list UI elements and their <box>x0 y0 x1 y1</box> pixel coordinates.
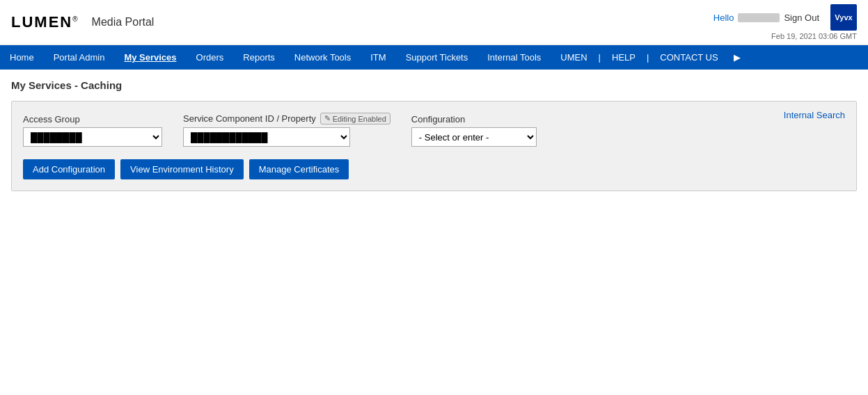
access-group-field: Access Group ████████ <box>23 114 162 147</box>
sign-out-link[interactable]: Sign Out <box>784 13 819 23</box>
view-environment-history-button[interactable]: View Environment History <box>120 159 244 179</box>
buttons-row: Add Configuration View Environment Histo… <box>23 159 845 179</box>
nav-umen[interactable]: UMEN <box>551 45 597 70</box>
service-component-label: Service Component ID / Property <box>183 113 316 124</box>
service-component-field: Service Component ID / Property ✎ Editin… <box>183 113 390 147</box>
service-component-select[interactable]: ████████████ <box>183 127 350 147</box>
edit-icon: ✎ <box>324 114 331 123</box>
vyvx-logo: Vyvx <box>830 4 857 31</box>
page-content: My Services - Caching Internal Search Ac… <box>0 70 868 201</box>
hello-label: Hello <box>713 13 734 23</box>
user-info-row: Hello Sign Out Vyvx <box>713 4 857 31</box>
registered-mark: ® <box>72 15 79 23</box>
nav-more-arrow[interactable]: ▶ <box>728 45 746 70</box>
nav-help[interactable]: HELP <box>602 45 645 70</box>
top-header: LUMEN® Media Portal Hello Sign Out Vyvx … <box>0 0 868 45</box>
nav-network-tools[interactable]: Network Tools <box>285 45 361 70</box>
nav-contact-us[interactable]: CONTACT US <box>650 45 727 70</box>
configuration-field: Configuration - Select or enter - <box>411 114 537 147</box>
nav-home[interactable]: Home <box>0 45 44 70</box>
nav-support-tickets[interactable]: Support Tickets <box>396 45 478 70</box>
access-group-label: Access Group <box>23 114 162 124</box>
nav-divider-1: | <box>597 45 602 70</box>
manage-certificates-button[interactable]: Manage Certificates <box>249 159 349 179</box>
nav-my-services[interactable]: My Services <box>114 45 186 70</box>
page-title: My Services - Caching <box>11 79 857 91</box>
add-configuration-button[interactable]: Add Configuration <box>23 159 115 179</box>
configuration-select[interactable]: - Select or enter - <box>411 127 537 147</box>
portal-title: Media Portal <box>92 16 155 29</box>
username-display <box>738 13 780 22</box>
top-right-section: Hello Sign Out Vyvx Feb 19, 2021 03:06 G… <box>713 4 857 40</box>
logo-area: LUMEN® Media Portal <box>11 13 154 31</box>
configuration-label: Configuration <box>411 114 537 124</box>
nav-bar: Home Portal Admin My Services Orders Rep… <box>0 45 868 70</box>
access-group-select[interactable]: ████████ <box>23 127 162 147</box>
editing-enabled-badge: ✎ Editing Enabled <box>320 113 390 124</box>
fields-row: Access Group ████████ Service Component … <box>23 113 845 147</box>
nav-portal-admin[interactable]: Portal Admin <box>44 45 115 70</box>
service-component-label-row: Service Component ID / Property ✎ Editin… <box>183 113 390 124</box>
datetime-display: Feb 19, 2021 03:06 GMT <box>771 32 857 40</box>
nav-divider-2: | <box>645 45 650 70</box>
editing-enabled-text: Editing Enabled <box>333 115 386 123</box>
nav-reports[interactable]: Reports <box>233 45 285 70</box>
internal-search-link[interactable]: Internal Search <box>784 110 845 120</box>
main-panel: Internal Search Access Group ████████ Se… <box>11 101 857 191</box>
nav-itm[interactable]: ITM <box>361 45 395 70</box>
nav-orders[interactable]: Orders <box>187 45 234 70</box>
nav-internal-tools[interactable]: Internal Tools <box>478 45 551 70</box>
lumen-logo: LUMEN® <box>11 13 79 31</box>
